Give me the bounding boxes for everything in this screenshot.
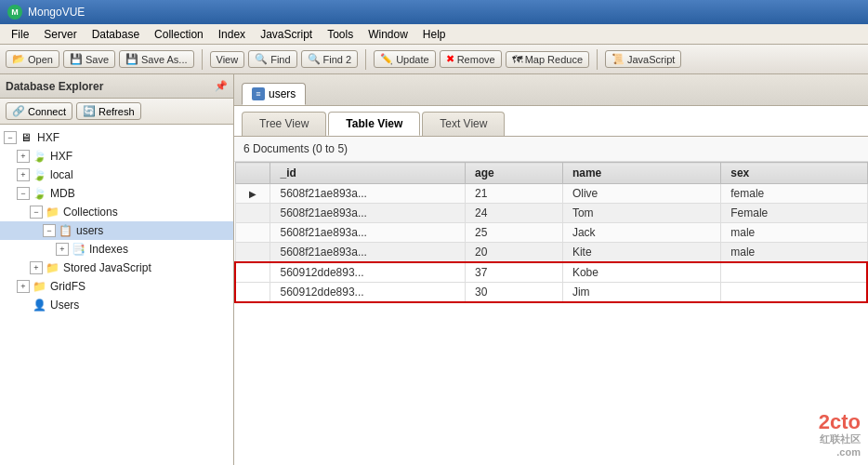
menu-index[interactable]: Index bbox=[211, 26, 253, 43]
db-icon: 🍃 bbox=[32, 149, 46, 164]
tab-text-view[interactable]: Text View bbox=[422, 112, 505, 136]
toolbar-separator-3 bbox=[597, 49, 598, 70]
server-icon: 🖥 bbox=[19, 130, 33, 145]
menu-window[interactable]: Window bbox=[361, 26, 415, 43]
tab-bar-top: ≡ users bbox=[234, 74, 868, 106]
table-row[interactable]: ▶5608f21ae893a...21Olivefemale bbox=[235, 184, 867, 204]
map-reduce-button[interactable]: 🗺 Map Reduce bbox=[506, 51, 589, 68]
tab-table-view[interactable]: Table View bbox=[328, 112, 420, 136]
expand-icon: + bbox=[17, 280, 30, 293]
find-icon: 🔍 bbox=[255, 53, 268, 65]
map-reduce-icon: 🗺 bbox=[512, 54, 522, 65]
tree-node-indexes[interactable]: + 📑 Indexes bbox=[0, 240, 233, 259]
toolbar-separator-2 bbox=[365, 49, 366, 70]
tree-node-hxf-server[interactable]: − 🖥 HXF bbox=[0, 128, 233, 147]
indexes-icon: 📑 bbox=[71, 242, 85, 257]
tab-users[interactable]: ≡ users bbox=[242, 83, 306, 105]
menu-database[interactable]: Database bbox=[85, 26, 147, 43]
remove-button[interactable]: ✖ Remove bbox=[440, 50, 502, 68]
menu-collection[interactable]: Collection bbox=[147, 26, 211, 43]
stored-js-icon: 📁 bbox=[45, 260, 59, 275]
tab-tree-view[interactable]: Tree View bbox=[242, 112, 326, 136]
tree-node-gridfs[interactable]: + 📁 GridFS bbox=[0, 277, 233, 296]
expand-icon: − bbox=[17, 187, 30, 200]
tree-view: − 🖥 HXF + 🍃 HXF + 🍃 local − 🍃 MDB bbox=[0, 125, 233, 465]
tree-node-collections[interactable]: − 📁 Collections bbox=[0, 203, 233, 221]
data-table: _id age name sex ▶5608f21ae893a...21Oliv… bbox=[234, 162, 868, 303]
gridfs-icon: 📁 bbox=[32, 279, 46, 294]
explorer-toolbar: 🔗 Connect 🔄 Refresh bbox=[0, 99, 233, 125]
menu-server[interactable]: Server bbox=[36, 26, 84, 43]
expand-icon: + bbox=[17, 168, 30, 181]
expand-icon: + bbox=[17, 150, 30, 163]
db-explorer-header: Database Explorer 📌 bbox=[0, 74, 233, 99]
view-tabs: Tree View Table View Text View bbox=[234, 106, 868, 137]
db-icon: 🍃 bbox=[32, 167, 46, 182]
title-bar: M MongoVUE bbox=[0, 0, 868, 24]
tree-node-local-db[interactable]: + 🍃 local bbox=[0, 166, 233, 184]
save-as-icon: 💾 bbox=[125, 53, 138, 65]
expand-icon: − bbox=[4, 131, 17, 144]
tree-node-users-collection[interactable]: − 📋 users bbox=[0, 221, 233, 240]
save-as-button[interactable]: 💾 Save As... bbox=[119, 50, 194, 68]
col-header-indicator bbox=[235, 163, 270, 184]
javascript-icon: 📜 bbox=[612, 53, 625, 65]
menu-file[interactable]: File bbox=[4, 26, 36, 43]
pin-icon[interactable]: 📌 bbox=[215, 80, 228, 92]
table-body: ▶5608f21ae893a...21Olivefemale5608f21ae8… bbox=[235, 184, 867, 303]
watermark: 2cto 红联社区.com bbox=[819, 410, 861, 458]
remove-icon: ✖ bbox=[446, 53, 454, 65]
expand-icon: − bbox=[30, 206, 43, 219]
right-panel: ≡ users Tree View Table View Text View 6… bbox=[234, 74, 868, 465]
open-icon: 📂 bbox=[12, 53, 25, 65]
expand-icon: − bbox=[43, 224, 56, 237]
collection-icon: ≡ bbox=[252, 87, 265, 100]
toolbar-separator-1 bbox=[202, 49, 203, 70]
toolbar: 📂 Open 💾 Save 💾 Save As... View 🔍 Find 🔍… bbox=[0, 45, 868, 74]
db-explorer-title: Database Explorer bbox=[6, 80, 103, 93]
col-header-sex[interactable]: sex bbox=[721, 163, 867, 184]
menu-bar: File Server Database Collection Index Ja… bbox=[0, 24, 868, 45]
table-row[interactable]: 5608f21ae893a...25Jackmale bbox=[235, 223, 867, 243]
expand-icon: + bbox=[30, 261, 43, 274]
connect-icon: 🔗 bbox=[12, 105, 25, 117]
refresh-icon: 🔄 bbox=[83, 105, 96, 117]
refresh-button[interactable]: 🔄 Refresh bbox=[76, 102, 141, 120]
update-button[interactable]: ✏️ Update bbox=[374, 50, 435, 68]
col-header-name[interactable]: name bbox=[562, 163, 720, 184]
users-icon: 👤 bbox=[32, 298, 46, 312]
update-icon: ✏️ bbox=[380, 53, 393, 65]
find2-icon: 🔍 bbox=[308, 53, 321, 65]
folder-icon: 📁 bbox=[45, 205, 59, 219]
menu-help[interactable]: Help bbox=[415, 26, 454, 43]
table-header-row: _id age name sex bbox=[235, 163, 867, 184]
menu-tools[interactable]: Tools bbox=[320, 26, 361, 43]
tree-node-mdb-db[interactable]: − 🍃 MDB bbox=[0, 184, 233, 203]
doc-count: 6 Documents (0 to 5) bbox=[234, 137, 868, 162]
tree-node-hxf-db[interactable]: + 🍃 HXF bbox=[0, 147, 233, 166]
expand-icon: + bbox=[56, 243, 69, 256]
table-row[interactable]: 5608f21ae893a...20Kitemale bbox=[235, 243, 867, 263]
save-icon: 💾 bbox=[70, 53, 83, 65]
open-button[interactable]: 📂 Open bbox=[6, 50, 59, 68]
tree-node-stored-js[interactable]: + 📁 Stored JavaScript bbox=[0, 259, 233, 277]
save-button[interactable]: 💾 Save bbox=[63, 50, 115, 68]
connect-button[interactable]: 🔗 Connect bbox=[6, 102, 72, 120]
col-header-age[interactable]: age bbox=[466, 163, 563, 184]
main-layout: Database Explorer 📌 🔗 Connect 🔄 Refresh … bbox=[0, 74, 868, 465]
table-row[interactable]: 560912dde893...30Jim bbox=[235, 283, 867, 303]
left-panel: Database Explorer 📌 🔗 Connect 🔄 Refresh … bbox=[0, 74, 234, 465]
find2-button[interactable]: 🔍 Find 2 bbox=[301, 50, 359, 68]
col-header-id[interactable]: _id bbox=[270, 163, 466, 184]
menu-javascript[interactable]: JavaScript bbox=[253, 26, 320, 43]
app-icon: M bbox=[7, 5, 22, 20]
table-row[interactable]: 5608f21ae893a...24TomFemale bbox=[235, 204, 867, 223]
tree-node-users-admin[interactable]: 👤 Users bbox=[0, 296, 233, 314]
view-button[interactable]: View bbox=[210, 51, 245, 68]
find-button[interactable]: 🔍 Find bbox=[248, 50, 296, 68]
app-title: MongoVUE bbox=[28, 6, 85, 19]
collection-icon: 📋 bbox=[58, 223, 72, 238]
content-area: 6 Documents (0 to 5) _id age name sex ▶5… bbox=[234, 137, 868, 465]
table-row[interactable]: 560912dde893...37Kobe bbox=[235, 262, 867, 283]
javascript-button[interactable]: 📜 JavaScript bbox=[605, 50, 681, 68]
